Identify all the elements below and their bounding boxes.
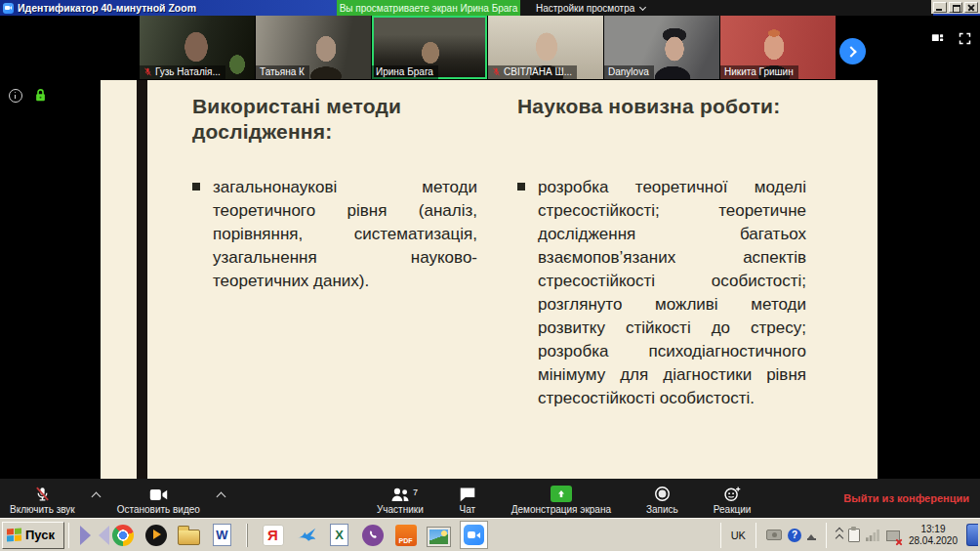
video-tile[interactable]: Гузь Наталія... xyxy=(140,16,255,79)
record-icon xyxy=(654,486,671,502)
participant-label: Никита Гришин xyxy=(720,65,798,79)
bullet-marker xyxy=(517,183,525,191)
participant-name: Татьяна К xyxy=(260,66,305,77)
signal-bars-icon[interactable] xyxy=(866,530,880,541)
slide-heading-left: Використані методи дослідження: xyxy=(192,94,485,145)
pdf-label: PDF xyxy=(395,525,417,546)
share-screen-icon xyxy=(551,486,572,502)
restore-button[interactable] xyxy=(949,2,962,13)
mic-off-icon xyxy=(34,486,51,502)
window-title: Идентификатор 40-минутной Zoom xyxy=(18,2,196,14)
language-indicator[interactable]: UK xyxy=(731,530,746,541)
mic-muted-icon xyxy=(143,67,152,76)
tray-divider xyxy=(826,523,827,548)
unmute-button[interactable]: Включить звук xyxy=(2,479,83,518)
chevron-up-icon xyxy=(91,491,101,501)
participant-name: Ирина Брага xyxy=(376,66,433,77)
share-screen-button[interactable]: Демонстрация экрана xyxy=(504,479,619,518)
participant-name: Гузь Наталія... xyxy=(155,66,221,77)
screen-share-banner: Вы просматриваете экран Ирина Брага xyxy=(337,0,520,16)
start-label: Пуск xyxy=(25,528,55,542)
tray-divider xyxy=(720,523,721,548)
excel-letter: X xyxy=(330,524,348,546)
video-tile[interactable]: Danylova xyxy=(604,16,719,79)
foxit-pdf-icon[interactable]: PDF xyxy=(393,523,418,547)
video-tile[interactable]: Татьяна К xyxy=(256,16,371,79)
meeting-status-icons xyxy=(9,88,48,103)
video-options-button[interactable] xyxy=(208,479,234,518)
zoom-meeting-window: Идентификатор 40-минутной Zoom Вы просма… xyxy=(0,0,980,551)
safely-remove-icon[interactable] xyxy=(807,530,816,540)
toolbar-left-group: Включить звук Остановить видео xyxy=(2,479,234,518)
excel-icon[interactable]: X xyxy=(327,523,351,547)
picture-manager-icon[interactable] xyxy=(427,523,451,547)
word-letter: W xyxy=(213,524,231,546)
fullscreen-icon[interactable] xyxy=(958,31,972,46)
participants-count-badge: 7 xyxy=(413,487,418,497)
slide-bullet-left-text: загальнонаукові методи теоретичного рівн… xyxy=(213,176,477,293)
presentation-slide: Використані методи дослідження: Наукова … xyxy=(101,80,878,479)
gallery-view-icon[interactable] xyxy=(930,31,945,46)
close-button[interactable] xyxy=(964,2,978,13)
audio-options-button[interactable] xyxy=(83,479,109,518)
chat-button[interactable]: Чат xyxy=(451,479,484,518)
help-icon[interactable]: ? xyxy=(788,529,801,542)
network-disconnected-icon[interactable] xyxy=(886,530,900,541)
next-participants-button[interactable] xyxy=(839,38,866,64)
slide-heading-right: Наукова новизна роботи: xyxy=(517,94,820,119)
video-tile[interactable]: СВІТЛАНА Ш... xyxy=(488,16,603,79)
participant-label: Гузь Наталія... xyxy=(140,65,225,79)
clipboard-tray-icon[interactable] xyxy=(848,529,860,542)
zoom-app-icon xyxy=(3,3,14,14)
slide-bullet-left: загальнонаукові методи теоретичного рівн… xyxy=(192,176,477,293)
taskbar-window-button[interactable] xyxy=(966,524,978,546)
reactions-label: Реакции xyxy=(714,504,752,515)
slide-bullet-right-text: розробка теоретичної моделі стресостійко… xyxy=(538,176,806,410)
tray-camera-icon[interactable] xyxy=(766,530,782,540)
window-controls xyxy=(931,0,980,14)
slide-bullet-right: розробка теоретичної моделі стресостійко… xyxy=(517,176,806,410)
video-tile-active-speaker[interactable]: Ирина Брага xyxy=(372,16,487,79)
lock-icon xyxy=(33,88,48,103)
stop-video-button[interactable]: Остановить видео xyxy=(109,479,208,518)
yandex-browser-icon[interactable]: Я xyxy=(261,523,285,547)
mic-muted-icon xyxy=(492,67,501,76)
kmplayer-icon[interactable] xyxy=(77,523,102,547)
system-tray: UK ? 13:19 28.04.2020 xyxy=(716,519,980,551)
record-button[interactable]: Запись xyxy=(638,479,686,518)
unmute-label: Включить звук xyxy=(10,504,75,515)
info-icon[interactable] xyxy=(9,89,22,103)
minimize-button[interactable] xyxy=(933,2,947,13)
tray-date: 28.04.2020 xyxy=(909,535,958,547)
stop-video-label: Остановить видео xyxy=(117,504,200,515)
participant-label: Ирина Брага xyxy=(372,65,438,79)
shared-screen-area: Використані методи дослідження: Наукова … xyxy=(0,79,980,479)
windows-logo-icon xyxy=(7,528,21,541)
video-tiles: Гузь Наталія... Татьяна К Ирина Брага СВ… xyxy=(140,16,836,79)
view-settings-bar: Настройки просмотра xyxy=(520,0,933,16)
folder-icon[interactable] xyxy=(177,523,201,547)
hidden-icons-chevron[interactable] xyxy=(837,529,842,541)
meeting-toolbar: Включить звук Остановить видео 7 Участни… xyxy=(0,479,980,518)
participant-name: Никита Гришин xyxy=(724,66,794,77)
video-tile[interactable]: Никита Гришин xyxy=(720,16,836,79)
viber-icon[interactable] xyxy=(360,523,385,547)
word-icon[interactable]: W xyxy=(210,523,234,547)
zoom-taskbar-button[interactable] xyxy=(460,521,488,549)
participants-button[interactable]: 7 Участники xyxy=(369,479,431,518)
share-screen-label: Демонстрация экрана xyxy=(511,504,611,515)
tray-clock[interactable]: 13:19 28.04.2020 xyxy=(906,524,960,546)
chrome-icon[interactable] xyxy=(110,523,135,547)
start-button[interactable]: Пуск xyxy=(2,522,64,549)
participants-label: Участники xyxy=(377,504,424,515)
video-camera-icon xyxy=(149,487,168,502)
leave-meeting-button[interactable]: Выйти из конференции xyxy=(843,479,969,518)
reactions-button[interactable]: Реакции xyxy=(706,479,759,518)
aimp-icon[interactable] xyxy=(143,523,168,547)
blue-bird-app-icon[interactable] xyxy=(294,523,318,547)
zoom-camera-icon xyxy=(464,525,484,545)
chevron-down-icon[interactable] xyxy=(639,3,646,10)
participants-video-strip: Гузь Наталія... Татьяна К Ирина Брага СВ… xyxy=(0,16,980,79)
view-settings-button[interactable]: Настройки просмотра xyxy=(536,3,634,14)
participants-icon xyxy=(390,487,410,502)
